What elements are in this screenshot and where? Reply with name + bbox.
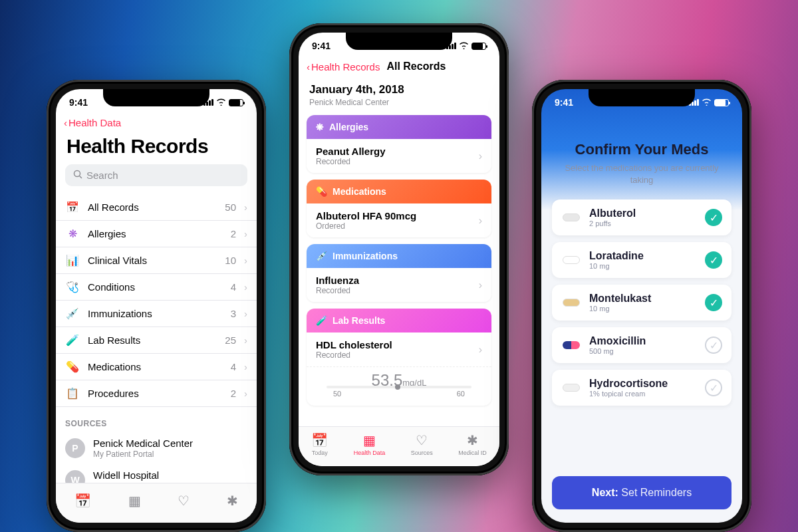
status-time: 9:41: [69, 97, 88, 108]
tab-button[interactable]: ✱: [227, 493, 238, 509]
med-row[interactable]: Hydrocortisone 1% topical cream ✓: [552, 370, 732, 406]
card-header-icon: 💉: [316, 251, 327, 261]
category-label: Allergies: [88, 228, 223, 239]
category-count: 50: [225, 201, 236, 213]
next-button[interactable]: Next: Set Reminders: [552, 476, 732, 509]
category-row[interactable]: 💊 Medications 4 ›: [56, 354, 257, 380]
med-row[interactable]: Albuterol 2 puffs ✓: [552, 200, 732, 235]
search-icon: [73, 170, 82, 181]
card-header-icon: ❋: [316, 122, 324, 132]
med-checkbox[interactable]: ✓: [705, 209, 722, 226]
chevron-right-icon: ›: [479, 344, 482, 356]
wifi-icon: [702, 97, 712, 108]
tab-bar: 📅 Today ▦ Health Data ♡ Sources ✱ Medica…: [299, 426, 499, 466]
category-row[interactable]: 📅 All Records 50 ›: [56, 194, 257, 221]
card-row[interactable]: Influenza Recorded ›: [307, 268, 491, 302]
tab-icon: ▦: [363, 432, 376, 448]
tab-button[interactable]: ▦ Health Data: [354, 432, 386, 456]
record-item: Peanut Allergy: [316, 146, 479, 157]
scale-low: 50: [333, 390, 341, 398]
category-label: Medications: [88, 361, 223, 372]
category-count: 4: [231, 361, 236, 372]
med-name: Loratadine: [589, 250, 697, 262]
med-name: Albuterol: [589, 207, 697, 219]
category-label: Procedures: [88, 388, 223, 399]
record-card: 💉 Immunizations Influenza Recorded ›: [307, 244, 491, 302]
card-header-icon: 💊: [316, 186, 327, 197]
category-row[interactable]: 📋 Procedures 2 ›: [56, 380, 257, 407]
category-row[interactable]: 💉 Immunizations 3 ›: [56, 301, 257, 327]
battery-icon: [229, 99, 243, 106]
category-icon: 💊: [65, 360, 80, 373]
scale-high: 60: [457, 390, 465, 398]
tab-button[interactable]: ▦: [128, 493, 141, 509]
tab-bar: 📅 ▦ ♡ ✱: [56, 483, 257, 523]
sources-header: SOURCES: [56, 407, 257, 432]
category-row[interactable]: 🩺 Conditions 4 ›: [56, 274, 257, 301]
source-name: Penick Medical Center: [93, 438, 193, 450]
med-row[interactable]: Loratadine 10 mg ✓: [552, 242, 732, 278]
card-row[interactable]: HDL cholesterol Recorded ›: [307, 332, 491, 366]
tab-icon: 📅: [311, 432, 328, 448]
battery-icon: [471, 43, 486, 50]
card-header-icon: 🧪: [316, 315, 327, 326]
phone-health-records-list: 9:41 ‹ Health Data Health Records Search: [47, 80, 266, 532]
card-header-label: Lab Results: [332, 315, 385, 326]
tab-button[interactable]: ✱ Medical ID: [458, 432, 487, 456]
status-time: 9:41: [312, 41, 331, 51]
source-sub: My Patient Portal: [93, 450, 193, 459]
back-button[interactable]: ‹ Health Records: [307, 61, 380, 72]
back-label: Health Records: [311, 61, 380, 72]
notch: [589, 89, 695, 106]
tab-button[interactable]: ♡ Sources: [411, 432, 433, 456]
tab-icon: 📅: [74, 493, 91, 509]
category-row[interactable]: ❋ Allergies 2 ›: [56, 221, 257, 247]
card-header: 🧪 Lab Results: [307, 309, 491, 332]
category-icon: 📅: [65, 201, 80, 213]
med-checkbox[interactable]: ✓: [705, 294, 722, 311]
chevron-right-icon: ›: [479, 279, 482, 291]
lab-metric: 53.5mg/dL 5060: [307, 366, 491, 406]
notch: [346, 33, 452, 50]
card-header: 💊 Medications: [307, 180, 491, 203]
record-item: Albuterol HFA 90mcg: [316, 210, 479, 221]
back-button[interactable]: ‹ Health Data: [64, 117, 249, 128]
card-row[interactable]: Peanut Allergy Recorded ›: [307, 139, 491, 173]
category-icon: 🧪: [65, 334, 80, 346]
med-name: Montelukast: [589, 293, 697, 305]
tab-button[interactable]: 📅: [74, 493, 91, 509]
med-checkbox[interactable]: ✓: [705, 251, 722, 269]
record-item: HDL cholesterol: [316, 339, 479, 350]
chevron-left-icon: ‹: [64, 117, 67, 128]
med-checkbox[interactable]: ✓: [705, 336, 722, 354]
record-status: Ordered: [316, 221, 479, 231]
source-row[interactable]: P Penick Medical Center My Patient Porta…: [56, 432, 257, 464]
source-name: Widell Hospital: [93, 469, 159, 481]
chevron-right-icon: ›: [244, 201, 247, 213]
tab-button[interactable]: ♡: [178, 493, 190, 509]
category-label: All Records: [88, 201, 217, 213]
category-label: Conditions: [88, 281, 223, 293]
category-count: 25: [225, 334, 236, 346]
category-label: Clinical Vitals: [88, 255, 217, 266]
category-icon: 📋: [65, 387, 80, 400]
page-subtitle: Select the medications you are currently…: [561, 162, 722, 186]
chevron-right-icon: ›: [244, 255, 247, 266]
chevron-right-icon: ›: [244, 388, 247, 399]
category-row[interactable]: 🧪 Lab Results 25 ›: [56, 327, 257, 354]
med-name: Amoxicillin: [589, 335, 697, 347]
tab-icon: ✱: [227, 493, 238, 509]
med-row[interactable]: Amoxicillin 500 mg ✓: [552, 327, 732, 363]
wifi-icon: [459, 41, 469, 51]
med-checkbox[interactable]: ✓: [705, 379, 722, 396]
card-row[interactable]: Albuterol HFA 90mcg Ordered ›: [307, 203, 491, 237]
search-input[interactable]: Search: [65, 164, 247, 186]
category-row[interactable]: 📊 Clinical Vitals 10 ›: [56, 247, 257, 274]
chevron-right-icon: ›: [244, 334, 247, 346]
pill-icon: [563, 299, 580, 307]
category-label: Lab Results: [88, 334, 217, 346]
med-dose: 10 mg: [589, 305, 697, 313]
category-count: 4: [231, 281, 236, 293]
med-row[interactable]: Montelukast 10 mg ✓: [552, 285, 732, 321]
tab-button[interactable]: 📅 Today: [311, 432, 328, 456]
